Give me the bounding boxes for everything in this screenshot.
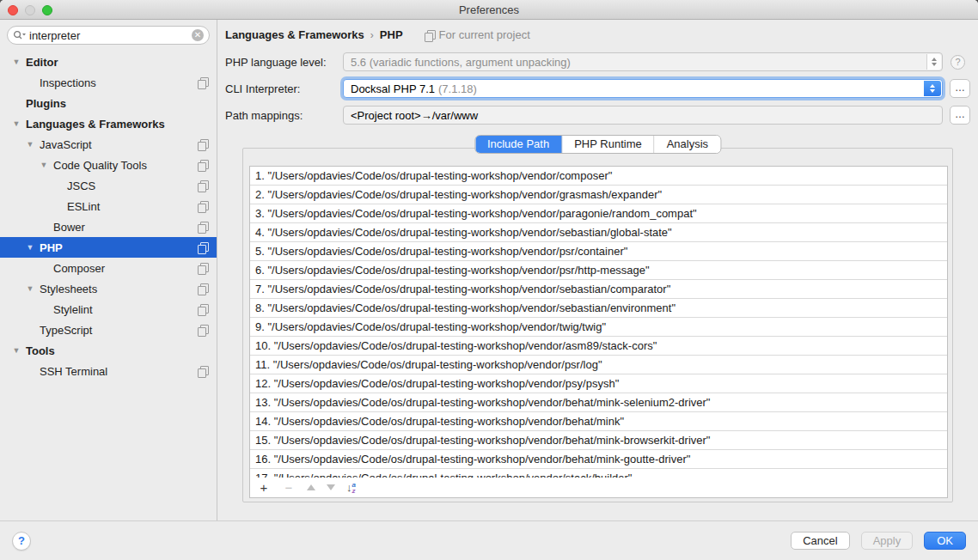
per-project-setting-icon (198, 77, 208, 88)
help-icon[interactable]: ? (950, 55, 965, 70)
sidebar-item-stylelint[interactable]: Stylelint (0, 299, 217, 320)
search-input[interactable] (29, 29, 192, 42)
php-settings-tabs: Include PathPHP RuntimeAnalysis (474, 135, 721, 154)
sidebar-item-bower[interactable]: Bower (0, 216, 217, 237)
include-path-row[interactable]: 2. "/Users/opdavies/Code/os/drupal-testi… (250, 186, 947, 204)
language-level-row: PHP language level: 5.6 (variadic functi… (225, 52, 965, 71)
expand-arrow-icon[interactable]: ▼ (26, 284, 34, 293)
path-mappings-browse-button[interactable]: … (950, 106, 970, 125)
sidebar-item-label: Editor (26, 56, 58, 69)
breadcrumb-parent[interactable]: Languages & Frameworks (225, 28, 364, 41)
language-level-value: 5.6 (variadic functions, argument unpack… (351, 56, 571, 69)
per-project-setting-icon (198, 160, 208, 170)
sort-alphabetically-icon[interactable]: ↓ az (346, 481, 356, 494)
sidebar-item-languages-frameworks[interactable]: ▼Languages & Frameworks (0, 113, 217, 134)
sidebar-item-code-quality-tools[interactable]: ▼Code Quality Tools (0, 155, 217, 175)
include-path-list[interactable]: 1. "/Users/opdavies/Code/os/drupal-testi… (250, 167, 947, 478)
include-path-row[interactable]: 6. "/Users/opdavies/Code/os/drupal-testi… (250, 261, 947, 280)
include-path-listbox: 1. "/Users/opdavies/Code/os/drupal-testi… (249, 166, 948, 498)
per-project-setting-icon (198, 139, 208, 149)
sidebar-item-tools[interactable]: ▼Tools (0, 340, 217, 361)
apply-button[interactable]: Apply (861, 532, 914, 550)
include-path-row[interactable]: 9. "/Users/opdavies/Code/os/drupal-testi… (250, 318, 947, 337)
sidebar-item-label: JavaScript (40, 138, 92, 151)
breadcrumb-current: PHP (380, 28, 403, 41)
include-path-row[interactable]: 15. "/Users/opdavies/Code/os/drupal-test… (250, 431, 947, 450)
sidebar-item-ssh-terminal[interactable]: SSH Terminal (0, 361, 217, 381)
sidebar-item-label: SSH Terminal (40, 365, 107, 378)
per-project-setting-icon (198, 180, 208, 191)
include-path-row[interactable]: 10. "/Users/opdavies/Code/os/drupal-test… (250, 337, 947, 356)
include-path-row[interactable]: 4. "/Users/opdavies/Code/os/drupal-testi… (250, 223, 947, 242)
language-level-select[interactable]: 5.6 (variadic functions, argument unpack… (343, 52, 943, 71)
path-mappings-row: Path mappings: <Project root>→/var/www … (225, 106, 970, 125)
language-level-label: PHP language level: (225, 56, 343, 69)
scope-label: For current project (425, 28, 530, 41)
cli-interpreter-select[interactable]: Docksal PHP 7.1 (7.1.18) (343, 79, 943, 98)
include-path-row[interactable]: 12. "/Users/opdavies/Code/os/drupal-test… (250, 374, 947, 393)
sidebar-item-label: Tools (26, 344, 55, 357)
sidebar-item-label: TypeScript (40, 324, 92, 337)
ok-button[interactable]: OK (924, 532, 966, 550)
expand-arrow-icon[interactable]: ▼ (26, 140, 34, 149)
current-project-icon (425, 30, 435, 40)
sidebar-item-inspections[interactable]: Inspections (0, 72, 217, 93)
expand-arrow-icon[interactable]: ▼ (40, 161, 48, 169)
add-path-button[interactable]: + (257, 480, 271, 495)
tab-include-path[interactable]: Include Path (475, 136, 562, 153)
per-project-setting-icon (198, 366, 208, 376)
search-field[interactable]: ✕ (7, 26, 210, 45)
search-icon[interactable] (13, 30, 26, 40)
include-path-row[interactable]: 13. "/Users/opdavies/Code/os/drupal-test… (250, 393, 947, 412)
sidebar-item-stylesheets[interactable]: ▼Stylesheets (0, 278, 217, 299)
sidebar-item-editor[interactable]: ▼Editor (0, 52, 217, 72)
per-project-setting-icon (198, 283, 208, 294)
include-path-row[interactable]: 5. "/Users/opdavies/Code/os/drupal-testi… (250, 242, 947, 261)
interpreter-browse-button[interactable]: … (950, 79, 970, 98)
expand-arrow-icon[interactable]: ▼ (12, 346, 21, 355)
path-mappings-field[interactable]: <Project root>→/var/www (343, 106, 943, 125)
list-toolbar: + − ↓ az (250, 478, 947, 497)
sidebar-item-plugins[interactable]: Plugins (0, 93, 217, 113)
cli-interpreter-row: CLI Interpreter: Docksal PHP 7.1 (7.1.18… (225, 79, 970, 98)
chevron-updown-icon[interactable] (926, 54, 941, 70)
expand-arrow-icon[interactable]: ▼ (26, 243, 34, 252)
search-wrap: ✕ (7, 26, 210, 45)
dialog-footer: ? Cancel Apply OK (0, 520, 978, 560)
scope-label-text: For current project (439, 28, 530, 41)
expand-arrow-icon[interactable]: ▼ (12, 119, 21, 128)
include-path-row[interactable]: 14. "/Users/opdavies/Code/os/drupal-test… (250, 412, 947, 431)
main-area: ✕ ▼EditorInspectionsPlugins▼Languages & … (0, 20, 978, 520)
sidebar-item-label: Inspections (40, 76, 96, 89)
sidebar-item-eslint[interactable]: ESLint (0, 196, 217, 216)
tab-analysis[interactable]: Analysis (655, 136, 720, 153)
include-path-panel: 1. "/Users/opdavies/Code/os/drupal-testi… (242, 148, 953, 502)
include-path-row[interactable]: 16. "/Users/opdavies/Code/os/drupal-test… (250, 450, 947, 469)
include-path-row[interactable]: 8. "/Users/opdavies/Code/os/drupal-testi… (250, 299, 947, 318)
chevron-updown-icon[interactable] (924, 81, 941, 96)
include-path-row[interactable]: 11. "/Users/opdavies/Code/os/drupal-test… (250, 356, 947, 374)
sidebar-item-composer[interactable]: Composer (0, 258, 217, 278)
sidebar-item-javascript[interactable]: ▼JavaScript (0, 134, 217, 155)
clear-search-icon[interactable]: ✕ (192, 29, 204, 41)
remove-path-button[interactable]: − (282, 480, 296, 495)
sidebar-item-jscs[interactable]: JSCS (0, 175, 217, 196)
cancel-button[interactable]: Cancel (791, 532, 849, 550)
include-path-row[interactable]: 1. "/Users/opdavies/Code/os/drupal-testi… (250, 167, 947, 186)
preferences-window: Preferences ✕ ▼EditorInspectionsPlugins▼… (0, 0, 978, 560)
move-up-icon[interactable] (307, 484, 315, 490)
sidebar-item-php[interactable]: ▼PHP (0, 237, 217, 258)
sidebar-item-typescript[interactable]: TypeScript (0, 320, 217, 340)
breadcrumb-separator: › (370, 29, 374, 41)
settings-sidebar: ✕ ▼EditorInspectionsPlugins▼Languages & … (0, 20, 217, 520)
sidebar-item-label: JSCS (67, 180, 95, 192)
include-path-row[interactable]: 17. "/Users/opdavies/Code/os/drupal-test… (250, 469, 947, 478)
move-down-icon[interactable] (327, 484, 335, 490)
include-path-row[interactable]: 7. "/Users/opdavies/Code/os/drupal-testi… (250, 280, 947, 299)
tab-php-runtime[interactable]: PHP Runtime (562, 136, 655, 153)
include-path-row[interactable]: 3. "/Users/opdavies/Code/os/drupal-testi… (250, 204, 947, 223)
settings-tree: ▼EditorInspectionsPlugins▼Languages & Fr… (0, 52, 217, 381)
sidebar-item-label: Bower (53, 221, 85, 234)
help-button[interactable]: ? (12, 532, 31, 551)
expand-arrow-icon[interactable]: ▼ (12, 58, 21, 66)
